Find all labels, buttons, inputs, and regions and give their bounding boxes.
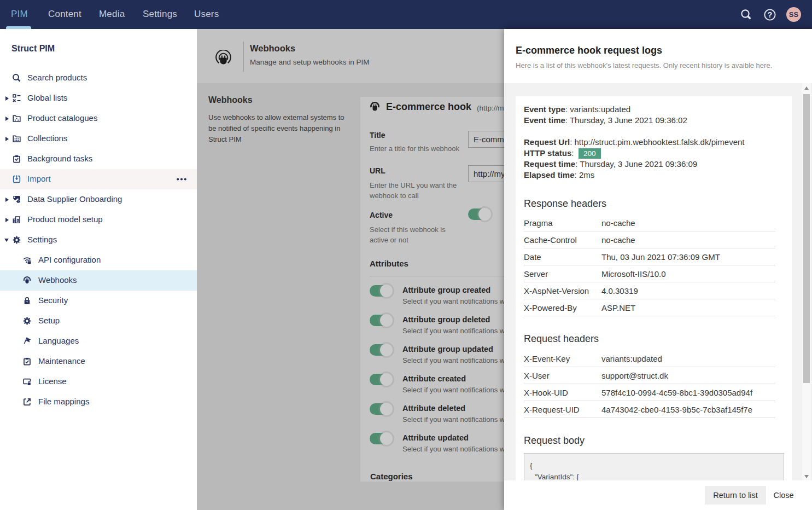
svg-text:?: ?: [768, 10, 773, 19]
